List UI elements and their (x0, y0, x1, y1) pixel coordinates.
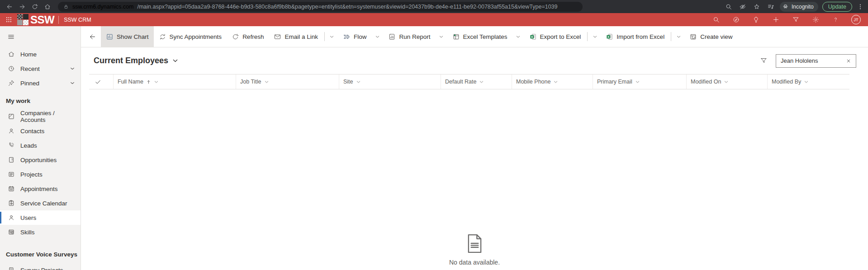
chevron-down-icon[interactable] (635, 79, 640, 84)
refresh-button[interactable]: Refresh (227, 26, 269, 47)
update-button[interactable]: Update (822, 2, 852, 12)
email-icon (274, 33, 281, 41)
pin-icon (8, 79, 15, 87)
lightbulb-icon[interactable] (752, 16, 760, 24)
plus-icon[interactable] (772, 16, 780, 24)
avatar[interactable]: JT (851, 15, 861, 24)
search-icon[interactable] (712, 16, 720, 24)
sidebar-item-label: Service Calendar (20, 200, 67, 207)
chevron-down-icon[interactable] (264, 79, 269, 84)
column-header-modified-by[interactable]: Modified By (767, 74, 849, 89)
select-all-checkbox[interactable] (89, 74, 113, 89)
button-label: Export to Excel (540, 33, 581, 40)
arrow-left-icon (89, 33, 96, 41)
browser-forward-icon[interactable] (16, 1, 28, 12)
email-a-link-dropdown[interactable] (326, 26, 338, 47)
column-header-site[interactable]: Site (339, 74, 441, 89)
column-header-mobile-phone[interactable]: Mobile Phone (512, 74, 593, 89)
flow-dropdown[interactable] (371, 26, 383, 47)
sidebar-item-home[interactable]: Home (0, 47, 81, 61)
email-a-link-button[interactable]: Email a Link (269, 26, 323, 47)
column-header-modified-on[interactable]: Modified On (686, 74, 767, 89)
button-label: Show Chart (117, 33, 149, 40)
bookmark-star-icon[interactable] (752, 2, 762, 12)
grid-search-box[interactable] (776, 54, 856, 68)
excel-icon (529, 33, 537, 41)
search-clear-icon[interactable] (844, 57, 853, 65)
export-to-excel-button[interactable]: Export to Excel (524, 26, 586, 47)
column-header-primary-email[interactable]: Primary Email (593, 74, 686, 89)
excel-templates-dropdown[interactable] (512, 26, 524, 47)
funnel-icon[interactable] (792, 16, 800, 24)
browser-back-icon[interactable] (4, 1, 15, 12)
run-report-dropdown[interactable] (436, 26, 447, 47)
create-view-button[interactable]: Create view (684, 26, 737, 47)
sidebar-item-label: Skills (20, 229, 35, 236)
grid-search-input[interactable] (781, 57, 844, 64)
sync-appointments-button[interactable]: Sync Appointments (154, 26, 227, 47)
grid-filter-funnel-icon[interactable] (760, 57, 768, 65)
chevron-down-icon[interactable] (70, 66, 75, 71)
chevron-down-icon[interactable] (154, 79, 159, 84)
gear-icon[interactable] (811, 16, 820, 24)
hamburger-menu-icon[interactable] (0, 26, 81, 47)
sidebar-item-recent[interactable]: Recent (0, 61, 81, 76)
column-label: Default Rate (445, 79, 476, 85)
sidebar-item-skills[interactable]: Skills (0, 225, 81, 239)
header-divider (58, 16, 59, 24)
chevron-down-icon[interactable] (172, 58, 178, 64)
excel-templates-button[interactable]: Excel Templates (447, 26, 512, 47)
app-launcher-waffle-icon[interactable] (3, 14, 14, 26)
excel-icon (606, 33, 613, 41)
sidebar-item-users[interactable]: Users (0, 210, 81, 225)
avatar-initials: JT (854, 18, 859, 22)
chevron-down-icon[interactable] (553, 79, 558, 84)
import-from-excel-button[interactable]: Import from Excel (601, 26, 669, 47)
zoom-icon[interactable] (724, 2, 734, 12)
sidebar-item-companies-accounts[interactable]: Companies / Accounts (0, 109, 81, 124)
column-header-full-name[interactable]: Full Name (113, 74, 236, 89)
address-bar[interactable]: ssw.crm6.dynamics.com/main.aspx?appid=05… (58, 2, 583, 12)
run-report-button[interactable]: Run Report (383, 26, 435, 47)
sidebar-item-label: Home (20, 51, 37, 58)
button-label: Create view (700, 33, 732, 40)
back-button[interactable] (84, 26, 101, 47)
chevron-down-icon[interactable] (356, 79, 361, 84)
sidebar-item-projects[interactable]: Projects (0, 167, 81, 182)
sidebar-item-label: Projects (20, 171, 43, 178)
flow-button[interactable]: Flow (338, 26, 372, 47)
ssw-logo-mosaic (17, 14, 28, 25)
help-icon[interactable] (831, 16, 840, 24)
command-divider (587, 32, 588, 41)
import-from-excel-dropdown[interactable] (673, 26, 684, 47)
browser-reload-icon[interactable] (29, 1, 41, 12)
media-list-icon[interactable] (766, 2, 776, 12)
sidebar-item-contacts[interactable]: Contacts (0, 124, 81, 138)
eye-off-icon[interactable] (738, 2, 748, 12)
chevron-down-icon[interactable] (804, 79, 809, 84)
document-exclamation-icon (8, 156, 15, 163)
sidebar-item-service-calendar[interactable]: Service Calendar (0, 196, 81, 210)
button-label: Sync Appointments (170, 33, 222, 40)
browser-home-icon[interactable] (42, 1, 53, 12)
compass-icon[interactable] (732, 16, 740, 24)
sidebar-item-survey-projects[interactable]: Survey Projects (0, 263, 81, 270)
chevron-down-icon[interactable] (70, 80, 75, 86)
column-header-job-title[interactable]: Job Title (236, 74, 339, 89)
export-to-excel-dropdown[interactable] (589, 26, 601, 47)
chevron-down-icon (516, 34, 521, 39)
sort-ascending-icon (146, 79, 151, 84)
show-chart-button[interactable]: Show Chart (101, 26, 154, 47)
view-selector[interactable]: Current Employees (94, 56, 178, 65)
column-header-default-rate[interactable]: Default Rate (441, 74, 512, 89)
sidebar-item-label: Contacts (20, 128, 44, 135)
sidebar-item-label: Recent (20, 65, 40, 72)
browser-menu-icon[interactable] (856, 2, 864, 12)
sidebar-item-leads[interactable]: Leads (0, 138, 81, 153)
chevron-down-icon[interactable] (479, 79, 484, 84)
chevron-down-icon[interactable] (724, 79, 729, 84)
sidebar-item-pinned[interactable]: Pinned (0, 76, 81, 90)
phone-icon (8, 142, 15, 149)
sidebar-item-appointments[interactable]: Appointments (0, 182, 81, 196)
sidebar-item-opportunities[interactable]: Opportunities (0, 153, 81, 167)
